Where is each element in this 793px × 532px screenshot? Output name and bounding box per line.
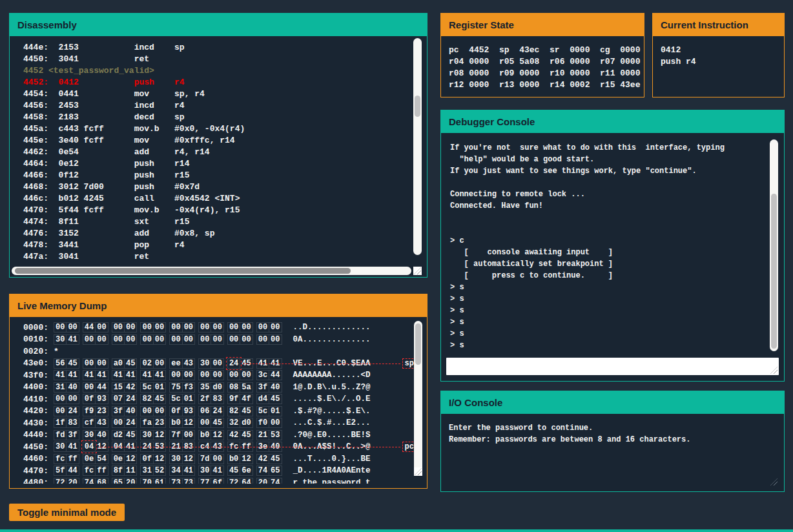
scrollbar-thumb[interactable] bbox=[15, 268, 351, 274]
memory-byte: f9 bbox=[83, 406, 96, 416]
memory-byte: 5f bbox=[54, 466, 67, 476]
debugger-console-line bbox=[450, 223, 780, 235]
memory-row: 4450:30410412044124532183c443fcff3e400A.… bbox=[23, 441, 427, 453]
memory-byte: 40 bbox=[269, 382, 282, 393]
memory-byte: 00 bbox=[169, 334, 182, 345]
debugger-command-input[interactable] bbox=[446, 358, 779, 375]
memory-byte: 00 bbox=[256, 334, 269, 345]
memory-byte: 32 bbox=[227, 418, 240, 428]
memory-words: 0024f9233f4000000f93062482455c01 bbox=[54, 406, 285, 416]
memory-byte: 20 bbox=[66, 478, 79, 484]
memory-words: fd3f3040d24530127f00b01242452153 bbox=[54, 430, 285, 440]
memory-byte: 00 bbox=[240, 322, 252, 332]
memory-byte: 54 bbox=[95, 454, 108, 464]
memory-byte: fd bbox=[54, 430, 67, 440]
memory-word: b012 bbox=[169, 418, 195, 428]
memory-byte: 6e bbox=[240, 466, 252, 476]
memory-byte: 30 bbox=[54, 334, 67, 345]
disasm-row: 445a: c443 fcff mov.b #0x0, -0x4(r4) bbox=[23, 123, 427, 135]
memory-word: a045 bbox=[112, 358, 138, 369]
memory-word: 8245 bbox=[140, 394, 166, 404]
memory-byte: 5c bbox=[169, 394, 182, 404]
resize-grip[interactable] bbox=[413, 267, 422, 275]
memory-byte: d0 bbox=[211, 382, 223, 393]
memory-byte: 40 bbox=[95, 430, 108, 440]
memory-byte: 00 bbox=[54, 406, 67, 416]
disasm-row: 4470: 5f44 fcff mov.b -0x4(r4), r15 bbox=[23, 205, 427, 216]
memory-byte: 01 bbox=[153, 382, 166, 393]
footer-accent-strip bbox=[0, 529, 793, 532]
memory-word: fa23 bbox=[140, 418, 166, 428]
memory-word: fd3f bbox=[54, 430, 79, 440]
memory-word: b012 bbox=[198, 430, 224, 440]
memory-byte: 00 bbox=[169, 370, 182, 380]
disassembly-view[interactable]: 444e: 2153 incd sp4450: 3041 ret 4452 <t… bbox=[10, 36, 427, 277]
memory-address: 4480: bbox=[23, 478, 54, 484]
memory-byte: 24 bbox=[124, 394, 137, 404]
memory-row: 0010:304100000000000000000000000000000A.… bbox=[23, 334, 427, 346]
memory-dump-panel: Live Memory Dump 0000:000044000000000000… bbox=[9, 294, 427, 489]
resize-grip[interactable] bbox=[414, 467, 422, 476]
memory-byte: 41 bbox=[182, 466, 195, 476]
memory-byte: 01 bbox=[182, 394, 195, 404]
debugger-console-scrollbar[interactable] bbox=[770, 139, 778, 351]
memory-byte: 00 bbox=[182, 370, 195, 380]
memory-word: 0000 bbox=[227, 370, 253, 380]
memory-dump-scrollbar[interactable] bbox=[414, 321, 422, 476]
memory-byte: 0e bbox=[83, 454, 96, 464]
memory-word: 4141 bbox=[83, 370, 108, 380]
resize-grip[interactable] bbox=[770, 366, 778, 374]
debugger-console-output[interactable]: If you're not sure what to do with this … bbox=[445, 137, 780, 355]
memory-byte: 31 bbox=[140, 466, 153, 476]
memory-byte: 65 bbox=[112, 478, 125, 484]
memory-word: 0f93 bbox=[83, 394, 108, 404]
memory-words: 72207468652070617373776f72642074 bbox=[54, 478, 285, 484]
toggle-minimal-mode-button[interactable]: Toggle minimal mode bbox=[9, 504, 125, 521]
disasm-row: 4464: 0e12 push r14 bbox=[23, 158, 427, 170]
memory-word: 7d00 bbox=[198, 454, 224, 464]
memory-dump-view[interactable]: 0000:00004400000000000000000000000000..D… bbox=[10, 317, 427, 488]
memory-word: d245 bbox=[112, 430, 138, 440]
memory-byte: 00 bbox=[198, 322, 211, 332]
memory-word: fcff bbox=[83, 466, 108, 476]
memory-byte: 00 bbox=[66, 322, 79, 332]
scrollbar-thumb[interactable] bbox=[415, 323, 421, 365]
memory-ascii: .$.#?@.....$.E\. bbox=[293, 407, 371, 416]
memory-byte: 3f bbox=[112, 406, 125, 416]
memory-word: b012 bbox=[227, 454, 253, 464]
resize-grip[interactable] bbox=[770, 478, 778, 486]
memory-byte: 12 bbox=[153, 454, 166, 464]
memory-byte: 00 bbox=[169, 322, 182, 332]
memory-byte: ee bbox=[169, 358, 182, 369]
debugger-console-line: > s bbox=[450, 305, 780, 316]
memory-word: 4141 bbox=[112, 370, 138, 380]
disasm-row: 4454: 0441 mov sp, r4 bbox=[23, 88, 427, 100]
scrollbar-thumb[interactable] bbox=[771, 194, 777, 349]
memory-byte: 73 bbox=[169, 478, 182, 484]
memory-byte: 00 bbox=[83, 382, 96, 393]
memory-word: f923 bbox=[83, 406, 108, 416]
memory-word: 3152 bbox=[140, 466, 166, 476]
memory-byte: 56 bbox=[54, 358, 67, 369]
memory-word: f000 bbox=[256, 418, 282, 428]
disassembly-horizontal-scrollbar[interactable] bbox=[12, 267, 411, 275]
memory-byte: 30 bbox=[169, 454, 182, 464]
memory-byte: 00 bbox=[198, 334, 211, 345]
memory-word: 0000 bbox=[83, 334, 108, 345]
disassembly-vertical-scrollbar[interactable] bbox=[413, 38, 422, 255]
memory-word: 0000 bbox=[140, 322, 166, 332]
memory-byte: fc bbox=[83, 466, 96, 476]
memory-word: 0000 bbox=[227, 334, 253, 345]
memory-byte: 00 bbox=[211, 454, 223, 464]
memory-byte: 45 bbox=[240, 406, 252, 416]
scrollbar-thumb[interactable] bbox=[415, 96, 420, 117]
memory-byte: 0f bbox=[140, 454, 153, 464]
memory-byte: 41 bbox=[211, 466, 223, 476]
memory-byte: f3 bbox=[182, 382, 195, 393]
memory-word: 7220 bbox=[54, 478, 79, 484]
memory-word: 5f44 bbox=[54, 466, 79, 476]
memory-word: 2074 bbox=[256, 478, 282, 484]
memory-word: 0000 bbox=[54, 394, 79, 404]
memory-byte: 44 bbox=[95, 382, 108, 393]
memory-address: 4440: bbox=[23, 430, 54, 440]
